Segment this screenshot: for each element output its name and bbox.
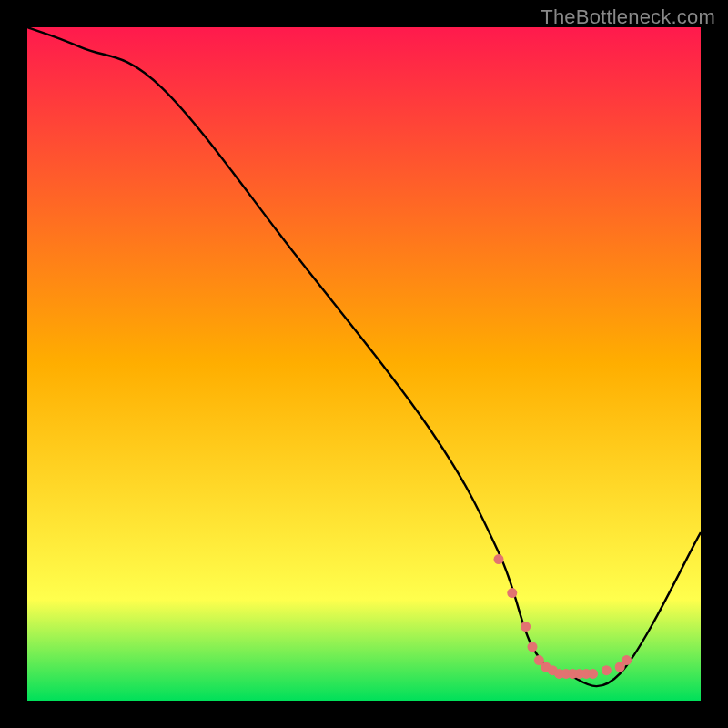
highlight-point xyxy=(528,642,538,652)
highlight-point xyxy=(507,588,517,598)
attribution-label: TheBottleneck.com xyxy=(541,5,715,29)
highlight-point xyxy=(622,655,632,665)
chart-container: TheBottleneck.com xyxy=(0,0,728,728)
chart-svg xyxy=(27,27,701,701)
gradient-background xyxy=(27,27,701,701)
highlight-point xyxy=(588,669,598,679)
highlight-point xyxy=(521,622,531,632)
plot-area xyxy=(27,27,701,701)
highlight-point xyxy=(494,554,504,564)
highlight-point xyxy=(602,665,612,675)
